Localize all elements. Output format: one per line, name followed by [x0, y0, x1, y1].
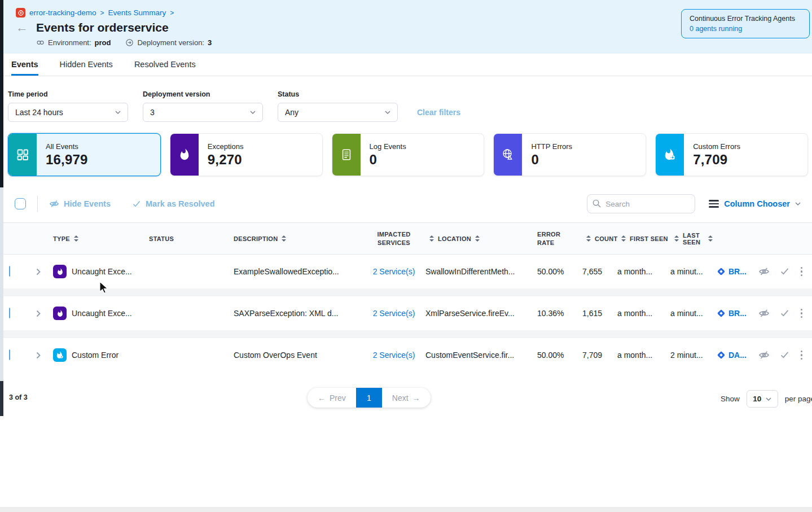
event-description: SAXParseException: XML d...: [234, 309, 362, 318]
last-seen: 2 minut...: [670, 351, 717, 360]
toolbar-divider: [37, 196, 38, 212]
row-menu-icon[interactable]: [800, 308, 804, 319]
ticket-link[interactable]: BR...: [717, 267, 752, 276]
row-expander-icon[interactable]: [34, 349, 43, 361]
card-custom-errors[interactable]: Custom Errors 7,709: [655, 133, 808, 176]
resolve-event-icon[interactable]: [780, 308, 789, 318]
sort-icon[interactable]: [74, 235, 78, 242]
sort-icon[interactable]: [586, 235, 591, 242]
column-header-first-seen: FIRST SEEN: [630, 235, 668, 242]
sort-icon[interactable]: [282, 235, 286, 242]
impacted-services-link[interactable]: 2 Service(s): [362, 267, 425, 276]
row-menu-icon[interactable]: [800, 349, 804, 361]
chevron-down-icon: [766, 397, 771, 401]
row-checkbox[interactable]: [9, 308, 10, 318]
page-size-select[interactable]: 10: [747, 390, 778, 408]
ticket-link[interactable]: DA...: [717, 351, 752, 360]
check-icon: [132, 199, 141, 208]
hide-events-button[interactable]: Hide Events: [49, 199, 111, 209]
search-icon: [592, 199, 602, 208]
deployment-label: Deployment version:: [137, 38, 204, 47]
page-size-value: 10: [753, 395, 761, 403]
tab-resolved-events[interactable]: Resolved Events: [134, 54, 196, 76]
sort-icon[interactable]: [674, 235, 679, 242]
event-stat-cards: All Events 16,979 Exceptions 9,270 Log E…: [0, 133, 812, 176]
resolve-event-icon[interactable]: [780, 350, 789, 360]
ticket-id: BR...: [728, 267, 747, 276]
table-row[interactable]: Uncaught Exce... ExampleSwallowedExcepti…: [0, 255, 812, 288]
pagination-controls: ←Prev 1 Next→: [308, 388, 431, 408]
event-count: 1,615: [582, 309, 617, 318]
card-http-errors[interactable]: HTTP Errors 0: [493, 133, 646, 176]
hide-event-icon[interactable]: [758, 266, 770, 277]
status-select[interactable]: Any: [278, 103, 398, 122]
column-chooser-button[interactable]: Column Chooser: [709, 199, 801, 208]
impacted-services-link[interactable]: 2 Service(s): [362, 351, 425, 360]
next-label: Next: [392, 393, 409, 402]
sort-icon[interactable]: [429, 235, 434, 242]
sort-icon[interactable]: [621, 235, 626, 242]
sort-icon[interactable]: [475, 235, 480, 242]
flame-gear-icon: [656, 134, 684, 176]
column-header-impacted-services: IMPACTED SERVICES: [371, 230, 416, 247]
pagination-bar: 3 of 3 ←Prev 1 Next→ Show 10 per page: [0, 386, 812, 415]
ticket-diamond-icon: [717, 351, 726, 360]
event-description: ExampleSwallowedExceptio...: [234, 267, 362, 276]
deployment-version-value: 3: [150, 108, 155, 117]
prev-page-button[interactable]: ←Prev: [308, 388, 356, 408]
resolve-event-icon[interactable]: [780, 266, 789, 276]
log-icon: [332, 134, 361, 176]
eye-off-icon: [49, 199, 59, 209]
clear-filters-button[interactable]: Clear filters: [417, 108, 460, 117]
agents-running-link[interactable]: 0 agents running: [690, 25, 801, 33]
time-period-label: Time period: [8, 90, 128, 98]
breadcrumb-project-link[interactable]: error-tracking-demo: [29, 8, 96, 17]
flame-icon: [170, 134, 199, 176]
table-row[interactable]: Custom Error Custom OverOps Event 2 Serv…: [0, 338, 812, 372]
ticket-id: DA...: [728, 351, 747, 360]
row-checkbox[interactable]: [9, 349, 10, 360]
column-header-type: TYPE: [53, 235, 70, 242]
hide-event-icon[interactable]: [758, 308, 770, 319]
next-page-button[interactable]: Next→: [382, 388, 431, 408]
card-value: 0: [531, 152, 572, 168]
row-checkbox[interactable]: [9, 266, 10, 277]
ticket-link[interactable]: BR...: [717, 309, 752, 318]
select-all-checkbox[interactable]: [15, 198, 26, 209]
search-input[interactable]: [587, 194, 695, 213]
event-location: CustomEventService.fir...: [425, 351, 537, 360]
event-count: 7,655: [582, 267, 617, 276]
agents-status-box: Continuous Error Tracking Agents 0 agent…: [681, 9, 810, 38]
hide-event-icon[interactable]: [758, 349, 770, 361]
row-menu-icon[interactable]: [800, 266, 804, 277]
hide-events-label: Hide Events: [64, 199, 111, 208]
deployment-version-select[interactable]: 3: [143, 103, 263, 122]
row-expander-icon[interactable]: [34, 266, 43, 278]
mark-resolved-button[interactable]: Mark as Resolved: [132, 199, 215, 208]
breadcrumb-section-link[interactable]: Events Summary: [108, 8, 166, 17]
impacted-services-link[interactable]: 2 Service(s): [362, 309, 425, 318]
environment-label: Environment:: [48, 38, 91, 47]
tab-hidden-events[interactable]: Hidden Events: [60, 54, 113, 76]
events-table: TYPE STATUS DESCRIPTION IMPACTED SERVICE…: [0, 222, 812, 372]
column-header-status: STATUS: [149, 235, 174, 242]
row-expander-icon[interactable]: [34, 308, 43, 320]
card-all-events[interactable]: All Events 16,979: [8, 133, 161, 176]
tab-events[interactable]: Events: [11, 54, 38, 76]
card-exceptions[interactable]: Exceptions 9,270: [170, 133, 323, 176]
column-header-last-seen: LAST SEEN: [683, 232, 704, 246]
breadcrumb-separator: >: [170, 9, 174, 17]
table-row[interactable]: Uncaught Exce... SAXParseException: XML …: [0, 296, 812, 330]
card-label: Custom Errors: [693, 142, 740, 151]
card-log-events[interactable]: Log Events 0: [332, 133, 485, 176]
card-value: 16,979: [46, 152, 88, 168]
event-location: XmlParseService.fireEv...: [425, 309, 537, 318]
sort-icon[interactable]: [708, 235, 713, 242]
page-number-button[interactable]: 1: [356, 388, 382, 408]
time-period-value: Last 24 hours: [15, 108, 63, 117]
status-label: Status: [278, 90, 398, 98]
back-arrow-icon[interactable]: ←: [16, 21, 28, 34]
prev-label: Prev: [330, 393, 346, 402]
time-period-select[interactable]: Last 24 hours: [8, 103, 128, 122]
first-seen: a month...: [617, 267, 670, 276]
